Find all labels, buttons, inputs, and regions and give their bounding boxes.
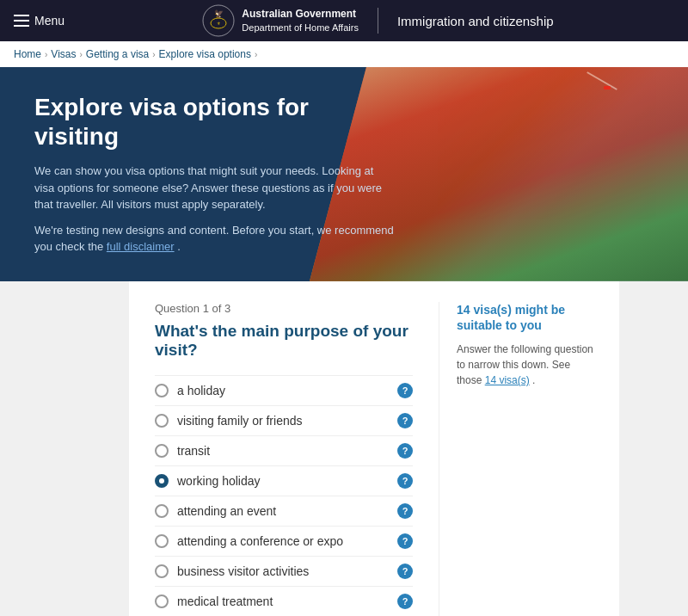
breadcrumb-sep-2: › xyxy=(80,50,83,59)
radio-working_holiday[interactable] xyxy=(155,474,169,488)
hero-section: Explore visa options for visiting We can… xyxy=(0,67,688,281)
breadcrumb: Home › Visas › Getting a visa › Explore … xyxy=(0,41,688,67)
help-icon-holiday[interactable]: ? xyxy=(397,383,413,398)
hamburger-icon xyxy=(14,15,29,27)
radio-business[interactable] xyxy=(155,564,169,578)
breadcrumb-sep-1: › xyxy=(45,50,47,59)
hero-disclaimer: We're testing new designs and content. B… xyxy=(34,222,396,256)
hero-content: Explore visa options for visiting We can… xyxy=(34,93,396,256)
option-row-conference[interactable]: attending a conference or expo? xyxy=(155,527,413,557)
sidebar-visa-link[interactable]: 14 visa(s) xyxy=(485,374,530,386)
main-wrapper: Question 1 of 3 What's the main purpose … xyxy=(0,281,688,616)
radio-family[interactable] xyxy=(155,414,169,428)
svg-text:🦅: 🦅 xyxy=(214,9,224,19)
help-icon-conference[interactable]: ? xyxy=(397,533,413,549)
road-detail xyxy=(587,71,617,90)
sidebar-desc-suffix: . xyxy=(532,374,535,386)
option-row-holiday[interactable]: a holiday? xyxy=(155,375,413,406)
full-disclaimer-link[interactable]: full disclaimer xyxy=(107,240,175,253)
header-title: Immigration and citizenship xyxy=(397,14,554,28)
radio-transit[interactable] xyxy=(155,444,169,458)
svg-text:⚜: ⚜ xyxy=(217,21,220,26)
option-row-medical[interactable]: medical treatment? xyxy=(155,587,413,616)
radio-medical[interactable] xyxy=(155,594,169,608)
breadcrumb-home[interactable]: Home xyxy=(14,48,41,60)
car-detail xyxy=(604,86,611,89)
option-row-working_holiday[interactable]: working holiday? xyxy=(155,466,413,496)
help-icon-working_holiday[interactable]: ? xyxy=(397,473,413,489)
option-row-family[interactable]: visiting family or friends? xyxy=(155,406,413,436)
header-divider xyxy=(378,8,378,34)
question-section: Question 1 of 3 What's the main purpose … xyxy=(155,302,439,616)
option-label-family: visiting family or friends xyxy=(177,414,397,428)
radio-event[interactable] xyxy=(155,504,169,518)
disclaimer-prefix: We're testing new designs and content. B… xyxy=(34,224,394,254)
breadcrumb-explore[interactable]: Explore visa options xyxy=(159,48,251,60)
option-label-conference: attending a conference or expo xyxy=(177,534,397,548)
disclaimer-suffix: . xyxy=(177,240,181,253)
breadcrumb-sep-4: › xyxy=(255,50,257,59)
breadcrumb-sep-3: › xyxy=(152,50,155,59)
header-center: 🦅 ⚜ Australian Government Department of … xyxy=(82,4,674,37)
govt-logo: 🦅 ⚜ Australian Government Department of … xyxy=(202,4,359,37)
options-list: a holiday?visiting family or friends?tra… xyxy=(155,375,413,616)
question-number: Question 1 of 3 xyxy=(155,302,413,315)
hero-title: Explore visa options for visiting xyxy=(34,93,396,151)
option-label-event: attending an event xyxy=(177,504,397,518)
hero-description: We can show you visa options that might … xyxy=(34,163,396,213)
option-row-transit[interactable]: transit? xyxy=(155,436,413,466)
help-icon-business[interactable]: ? xyxy=(397,564,413,579)
sidebar-description: Answer the following question to narrow … xyxy=(457,342,593,388)
menu-button[interactable]: Menu xyxy=(14,14,64,28)
option-label-business: business visitor activities xyxy=(177,564,397,578)
option-row-business[interactable]: business visitor activities? xyxy=(155,557,413,587)
help-icon-event[interactable]: ? xyxy=(397,503,413,519)
govt-name: Australian Government Department of Home… xyxy=(242,7,359,34)
breadcrumb-getting-a-visa[interactable]: Getting a visa xyxy=(86,48,149,60)
option-label-holiday: a holiday xyxy=(177,384,397,397)
sidebar: 14 visa(s) might be suitable to you Answ… xyxy=(439,302,593,616)
option-label-medical: medical treatment xyxy=(177,594,397,608)
site-header: Menu 🦅 ⚜ Australian Government Departmen… xyxy=(0,0,688,41)
help-icon-medical[interactable]: ? xyxy=(397,594,413,609)
option-label-transit: transit xyxy=(177,444,397,458)
option-row-event[interactable]: attending an event? xyxy=(155,496,413,527)
sidebar-title: 14 visa(s) might be suitable to you xyxy=(457,302,593,333)
question-title: What's the main purpose of your visit? xyxy=(155,322,413,360)
crest-icon: 🦅 ⚜ xyxy=(202,4,235,37)
option-label-working_holiday: working holiday xyxy=(177,474,397,488)
menu-label: Menu xyxy=(34,14,64,28)
help-icon-family[interactable]: ? xyxy=(397,413,413,428)
radio-conference[interactable] xyxy=(155,534,169,548)
radio-holiday[interactable] xyxy=(155,384,169,397)
help-icon-transit[interactable]: ? xyxy=(397,443,413,459)
content-container: Question 1 of 3 What's the main purpose … xyxy=(129,281,619,616)
breadcrumb-visas[interactable]: Visas xyxy=(51,48,76,60)
